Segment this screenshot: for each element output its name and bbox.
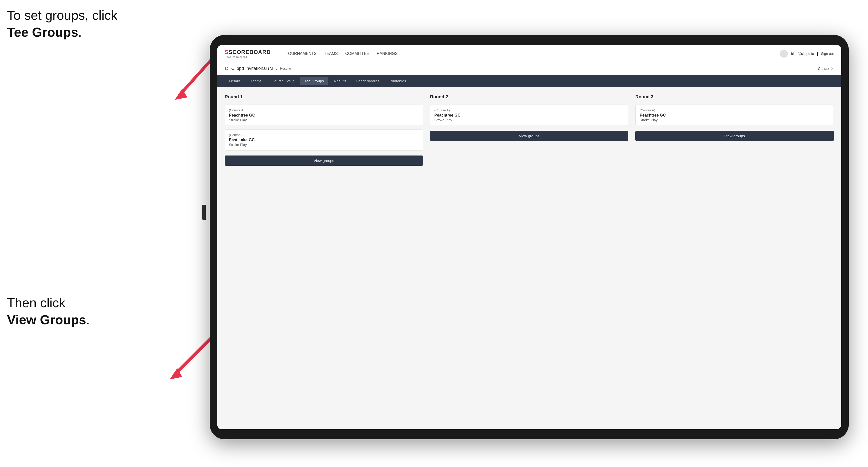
round-3-course-a-label: (Course A) [640, 108, 830, 112]
round-3-title: Round 3 [636, 94, 834, 100]
top-nav: SSCOREBOARD Powered by clippit TOURNAMEN… [217, 45, 841, 62]
round-1-course-b-label: (Course B) [229, 133, 419, 137]
tournament-bar: C Clippd Invitational (M... Hosting Canc… [217, 62, 841, 75]
nav-teams[interactable]: TEAMS [324, 51, 338, 57]
round-1-title: Round 1 [225, 94, 423, 100]
round-2-title: Round 2 [430, 94, 629, 100]
round-1-column: Round 1 (Course A) Peachtree GC Stroke P… [225, 94, 423, 166]
round-2-course-a-label: (Course A) [434, 108, 624, 112]
nav-right: blair@clippd.io | Sign out [780, 50, 834, 58]
user-avatar [780, 50, 788, 58]
instruction-then-click: Then click [7, 295, 65, 310]
instruction-view-groups: View Groups [7, 312, 86, 327]
view-groups-round-2-button[interactable]: View groups [430, 131, 629, 141]
view-groups-round-1-button[interactable]: View groups [225, 156, 423, 166]
sign-out-link[interactable]: Sign out [821, 52, 834, 56]
tournament-name-area: C Clippd Invitational (M... Hosting [225, 66, 291, 71]
tablet-screen: SSCOREBOARD Powered by clippit TOURNAMEN… [217, 45, 841, 429]
round-1-course-a-label: (Course A) [229, 108, 419, 112]
instruction-bottom: Then click View Groups. [7, 294, 90, 328]
tab-course-setup[interactable]: Course Setup [267, 77, 299, 85]
round-3-course-a-card: (Course A) Peachtree GC Stroke Play [636, 104, 834, 126]
round-1-course-a-card: (Course A) Peachtree GC Stroke Play [225, 104, 423, 126]
svg-marker-0 [175, 89, 187, 100]
nav-committee[interactable]: COMMITTEE [345, 51, 369, 57]
instruction-tee-groups: Tee Groups [7, 25, 78, 39]
tournament-logo-c: C [225, 66, 228, 71]
nav-links: TOURNAMENTS TEAMS COMMITTEE RANKINGS [286, 51, 770, 57]
instruction-top: To set groups, click Tee Groups. [7, 7, 117, 41]
tab-teams[interactable]: Teams [246, 77, 266, 85]
round-1-course-b-card: (Course B) East Lake GC Stroke Play [225, 129, 423, 151]
separator: | [817, 52, 818, 56]
round-2-course-a-name: Peachtree GC [434, 113, 624, 118]
tablet-side-button [202, 205, 206, 220]
tab-leaderboards[interactable]: Leaderboards [352, 77, 384, 85]
tab-details[interactable]: Details [225, 77, 245, 85]
sub-nav: Details Teams Course Setup Tee Groups Re… [217, 75, 841, 87]
round-2-column: Round 2 (Course A) Peachtree GC Stroke P… [430, 94, 629, 166]
round-3-course-a-name: Peachtree GC [640, 113, 830, 118]
rounds-grid: Round 1 (Course A) Peachtree GC Stroke P… [225, 94, 834, 166]
round-1-course-b-format: Stroke Play [229, 143, 419, 147]
round-1-course-a-format: Stroke Play [229, 118, 419, 122]
nav-rankings[interactable]: RANKINGS [377, 51, 398, 57]
tablet-device: SSCOREBOARD Powered by clippit TOURNAMEN… [210, 35, 849, 439]
round-3-column: Round 3 (Course A) Peachtree GC Stroke P… [636, 94, 834, 166]
nav-tournaments[interactable]: TOURNAMENTS [286, 51, 316, 57]
hosting-badge: Hosting [280, 67, 291, 70]
user-email: blair@clippd.io [791, 52, 814, 56]
logo-sub: Powered by clippit [225, 55, 247, 58]
logo-area: SSCOREBOARD Powered by clippit [225, 49, 271, 58]
round-2-course-a-format: Stroke Play [434, 118, 624, 122]
round-3-course-a-format: Stroke Play [640, 118, 830, 122]
instruction-line1: To set groups, click [7, 8, 117, 23]
logo-text: SSCOREBOARD [225, 49, 271, 55]
tab-results[interactable]: Results [329, 77, 351, 85]
tab-tee-groups[interactable]: Tee Groups [300, 77, 329, 85]
svg-marker-1 [170, 368, 182, 379]
content-area: Round 1 (Course A) Peachtree GC Stroke P… [217, 87, 841, 429]
view-groups-round-3-button[interactable]: View groups [636, 131, 834, 141]
cancel-button[interactable]: Cancel ✕ [818, 66, 834, 71]
tournament-title: Clippd Invitational (M... [231, 66, 277, 71]
round-2-course-a-card: (Course A) Peachtree GC Stroke Play [430, 104, 629, 126]
round-1-course-b-name: East Lake GC [229, 138, 419, 142]
round-1-course-a-name: Peachtree GC [229, 113, 419, 118]
tab-printables[interactable]: Printables [385, 77, 411, 85]
